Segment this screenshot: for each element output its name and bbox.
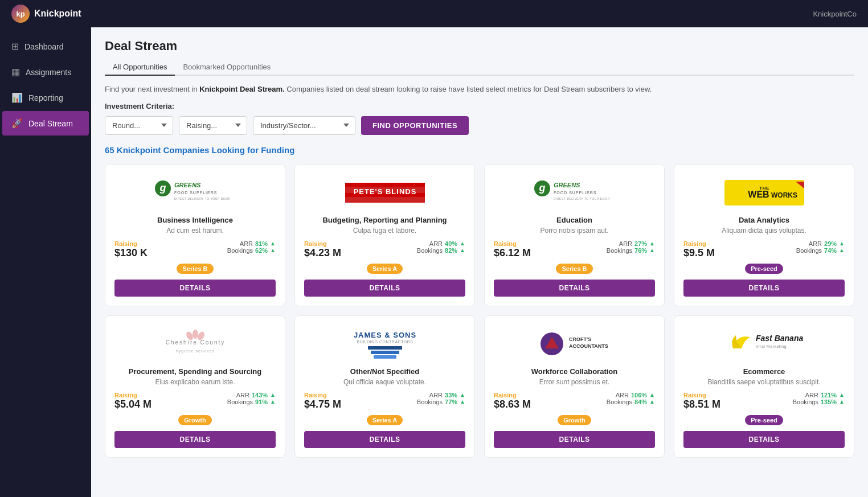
- card-8-description: Blanditiis saepe voluptatibus suscipit.: [707, 378, 820, 386]
- fastbanana-logo-svg: Fast Banana Viral Marketing: [722, 328, 807, 360]
- card-7-description: Error sunt possimus et.: [539, 378, 609, 386]
- svg-rect-6: [345, 183, 425, 187]
- svg-text:FOOD SUPPLIERS: FOOD SUPPLIERS: [174, 191, 217, 195]
- card-5-badge: Growth: [178, 415, 212, 425]
- svg-rect-9: [345, 198, 425, 203]
- card-4-logo: THE WEB WORKS: [722, 176, 807, 210]
- card-6-logo: JAMES & SONS BUILDING CONTRACTORS: [342, 327, 428, 362]
- filter-industry[interactable]: Industry/Sector...: [253, 116, 355, 135]
- sidebar-item-reporting[interactable]: 📊 Reporting: [2, 85, 89, 110]
- navbar-user: KnickpointCo: [813, 10, 857, 18]
- card-7-category: Workforce Collaboration: [531, 367, 617, 376]
- james-logo-svg: JAMES & SONS BUILDING CONTRACTORS: [342, 327, 428, 362]
- brand-logo: kp: [11, 5, 30, 23]
- svg-text:g: g: [538, 182, 545, 194]
- svg-text:Fast Banana: Fast Banana: [756, 334, 803, 343]
- svg-text:CROFT'S: CROFT'S: [569, 336, 591, 342]
- description-bold: Knickpoint Deal Stream.: [199, 85, 285, 93]
- svg-text:JAMES & SONS: JAMES & SONS: [353, 331, 416, 339]
- brand-name: Knickpoint: [34, 9, 81, 19]
- card-1-arr-row: ARR 81% ▲: [227, 240, 276, 247]
- card-7-metrics: Raising $8.63 M ARR 106% ▲ Bookings 84% …: [494, 392, 655, 410]
- card-1-bookings-row: Bookings 62% ▲: [227, 247, 276, 254]
- greens-logo-svg: g GREENS FOOD SUPPLIERS DIRECT DELIVERY …: [153, 177, 238, 208]
- sidebar-item-dealstream[interactable]: 🚀 Deal Stream: [2, 111, 89, 135]
- svg-text:PETE'S BLINDS: PETE'S BLINDS: [353, 187, 416, 196]
- card-3-badge: Series B: [556, 264, 592, 274]
- card-4-category: Data Analytics: [739, 216, 789, 224]
- card-1-metrics: Raising $130 K ARR 81% ▲ Bookings 62% ▲: [114, 240, 276, 259]
- card-3-logo: g GREENS FOOD SUPPLIERS DIRECT DELIVERY …: [532, 176, 617, 210]
- card-8-metrics: Raising $8.51 M ARR 121% ▲ Bookings 135%…: [683, 392, 845, 410]
- layout: ⊞ Dashboard ▦ Assignments 📊 Reporting 🚀 …: [0, 27, 868, 497]
- sidebar-label-reporting: Reporting: [28, 93, 63, 102]
- sidebar-label-assignments: Assignments: [26, 68, 71, 77]
- card-1-badge: Series B: [177, 264, 213, 274]
- card-4-metrics: Raising $9.5 M ARR 29% ▲ Bookings 74% ▲: [683, 240, 845, 259]
- card-1-raising: Raising $130 K: [114, 240, 227, 259]
- card-5: Cheshire County hygiene services Procure…: [105, 315, 285, 458]
- card-8: Fast Banana Viral Marketing Ecommerce Bl…: [674, 315, 854, 458]
- sidebar-label-dealstream: Deal Stream: [28, 119, 73, 128]
- card-5-metrics: Raising $5.04 M ARR 143% ▲ Bookings 91% …: [114, 392, 276, 410]
- dealstream-icon: 🚀: [11, 118, 23, 129]
- tab-bookmarked[interactable]: Bookmarked Opportunities: [175, 59, 279, 76]
- cheshire-logo-svg: Cheshire County hygiene services: [153, 328, 238, 360]
- reporting-icon: 📊: [11, 92, 23, 103]
- card-4-badge: Pre-seed: [745, 264, 783, 274]
- card-2-logo: PETE'S BLINDS: [342, 176, 428, 210]
- card-2-description: Culpa fuga et labore.: [353, 227, 416, 235]
- card-2-details-button[interactable]: DETAILS: [304, 280, 465, 297]
- svg-text:Viral Marketing: Viral Marketing: [756, 344, 787, 349]
- card-1-logo: g GREENS FOOD SUPPLIERS DIRECT DELIVERY …: [153, 176, 238, 210]
- card-6-category: Other/Not Specified: [350, 367, 419, 376]
- filter-raising[interactable]: Raising...: [179, 116, 247, 135]
- card-5-details-button[interactable]: DETAILS: [114, 431, 276, 448]
- tab-all-opportunities[interactable]: All Opportunities: [105, 59, 175, 76]
- dashboard-icon: ⊞: [11, 41, 19, 52]
- card-8-badge: Pre-seed: [745, 415, 783, 425]
- sidebar-item-assignments[interactable]: ▦ Assignments: [2, 60, 89, 84]
- card-2-raising-label: Raising: [304, 240, 417, 247]
- svg-text:g: g: [159, 182, 166, 194]
- card-3-description: Porro nobis ipsam aut.: [540, 227, 608, 235]
- svg-text:WORKS: WORKS: [771, 191, 797, 199]
- svg-text:ACCOUNTANTS: ACCOUNTANTS: [569, 343, 608, 349]
- card-3-details-button[interactable]: DETAILS: [494, 280, 655, 297]
- card-8-logo: Fast Banana Viral Marketing: [722, 327, 807, 362]
- card-6-metrics: Raising $4.75 M ARR 33% ▲ Bookings 77% ▲: [304, 392, 465, 410]
- find-opportunities-button[interactable]: FIND OPPORTUNITIES: [361, 116, 469, 135]
- sidebar-item-dashboard[interactable]: ⊞ Dashboard: [2, 34, 89, 59]
- svg-text:DIRECT DELIVERY TO YOUR DOOR: DIRECT DELIVERY TO YOUR DOOR: [174, 197, 231, 200]
- card-7-details-button[interactable]: DETAILS: [494, 431, 655, 448]
- sidebar: ⊞ Dashboard ▦ Assignments 📊 Reporting 🚀 …: [0, 27, 91, 497]
- webworks-logo-svg: THE WEB WORKS: [722, 177, 807, 208]
- results-header: 65 Knickpoint Companies Looking for Fund…: [105, 145, 854, 155]
- card-1-category: Business Intelligence: [157, 216, 233, 224]
- card-8-details-button[interactable]: DETAILS: [683, 431, 845, 448]
- sidebar-label-dashboard: Dashboard: [24, 42, 64, 51]
- svg-text:FOOD SUPPLIERS: FOOD SUPPLIERS: [554, 191, 596, 195]
- card-2-badge: Series A: [367, 264, 403, 274]
- main-content: Deal Stream All Opportunities Bookmarked…: [91, 27, 868, 497]
- navbar: kp Knickpoint KnickpointCo: [0, 0, 868, 27]
- card-4-description: Aliquam dicta quis voluptas.: [722, 227, 806, 235]
- card-1-details-button[interactable]: DETAILS: [114, 280, 276, 297]
- card-2-amount: $4.23 M: [304, 247, 417, 259]
- filter-round[interactable]: Round...: [105, 116, 173, 135]
- page-title: Deal Stream: [105, 39, 854, 54]
- tabs: All Opportunities Bookmarked Opportuniti…: [105, 59, 854, 76]
- crofts-logo-svg: CROFT'S ACCOUNTANTS: [532, 328, 617, 360]
- svg-text:DIRECT DELIVERY TO YOUR DOOR: DIRECT DELIVERY TO YOUR DOOR: [554, 197, 610, 200]
- card-2-stats: ARR 40% ▲ Bookings 82% ▲: [417, 240, 465, 254]
- card-6-details-button[interactable]: DETAILS: [304, 431, 465, 448]
- card-1-raising-label: Raising: [114, 240, 227, 247]
- criteria-label: Investment Criteria:: [105, 102, 854, 110]
- filters: Round... Raising... Industry/Sector... F…: [105, 116, 854, 135]
- cards-grid: g GREENS FOOD SUPPLIERS DIRECT DELIVERY …: [105, 164, 854, 458]
- card-4-details-button[interactable]: DETAILS: [683, 280, 845, 297]
- svg-rect-28: [368, 346, 402, 350]
- card-1-bookings: 62%: [255, 247, 268, 254]
- card-1-stats: ARR 81% ▲ Bookings 62% ▲: [227, 240, 276, 254]
- description-prefix: Find your next investment in: [105, 85, 199, 93]
